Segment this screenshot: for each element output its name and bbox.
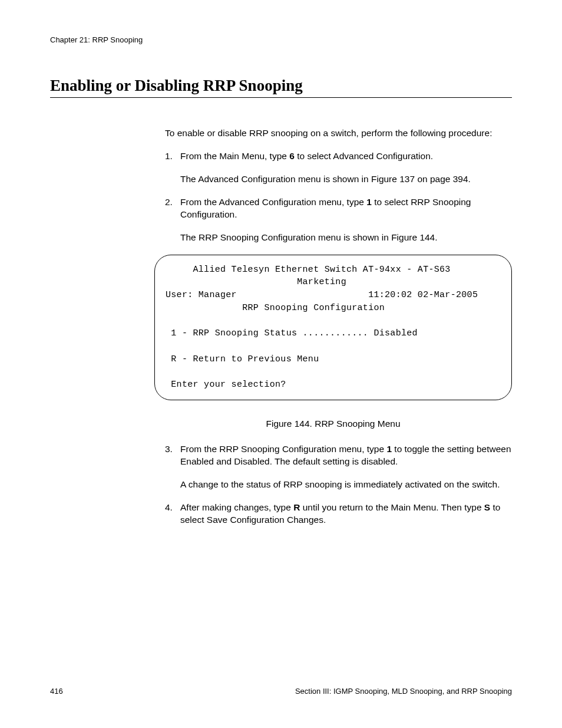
- figure-caption: Figure 144. RRP Snooping Menu: [154, 418, 512, 430]
- step-4: 4. After making changes, type R until yo…: [165, 502, 512, 526]
- section-label: Section III: IGMP Snooping, MLD Snooping…: [295, 687, 512, 696]
- step-text: After making changes, type R until you r…: [180, 502, 512, 526]
- step-result: A change to the status of RRP snooping i…: [180, 479, 512, 491]
- step-list: 1. From the Main Menu, type 6 to select …: [165, 150, 512, 244]
- step-number: 2.: [165, 196, 180, 244]
- terminal-screen: Allied Telesyn Ethernet Switch AT-94xx -…: [154, 255, 512, 401]
- step-list-2: 3. From the RRP Snooping Configuration m…: [165, 443, 512, 526]
- page-footer: 416 Section III: IGMP Snooping, MLD Snoo…: [50, 687, 512, 696]
- step-number: 4.: [165, 502, 180, 526]
- step-text: From the RRP Snooping Configuration menu…: [180, 443, 512, 468]
- step-2: 2. From the Advanced Configuration menu,…: [165, 196, 512, 244]
- page-number: 416: [50, 687, 63, 696]
- step-result: The RRP Snooping Configuration menu is s…: [180, 232, 512, 244]
- step-number: 3.: [165, 443, 180, 491]
- step-number: 1.: [165, 150, 180, 186]
- step-text: From the Main Menu, type 6 to select Adv…: [180, 150, 512, 163]
- step-result: The Advanced Configuration menu is shown…: [180, 173, 512, 186]
- step-1: 1. From the Main Menu, type 6 to select …: [165, 150, 512, 186]
- chapter-header: Chapter 21: RRP Snooping: [50, 35, 512, 44]
- step-text: From the Advanced Configuration menu, ty…: [180, 196, 512, 221]
- section-title: Enabling or Disabling RRP Snooping: [50, 77, 512, 98]
- content-body: To enable or disable RRP snooping on a s…: [165, 127, 512, 526]
- step-3: 3. From the RRP Snooping Configuration m…: [165, 443, 512, 491]
- intro-text: To enable or disable RRP snooping on a s…: [165, 127, 512, 140]
